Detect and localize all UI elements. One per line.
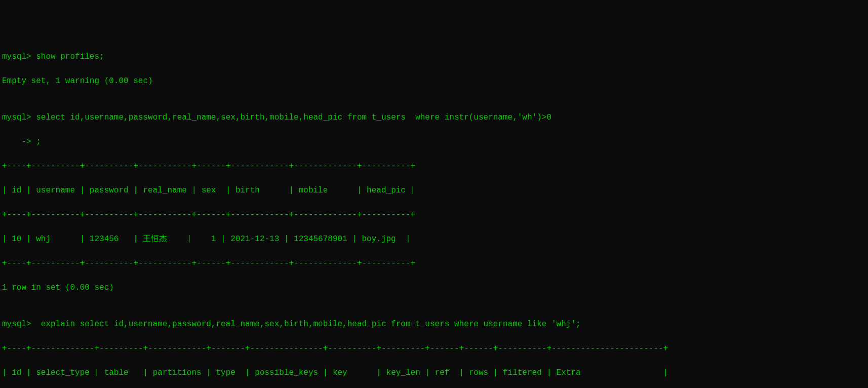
table-border: +----+-------------+---------+----------… [2,342,866,355]
table-data-row: | 10 | whj | 123456 | 王恒杰 | 1 | 2021-12-… [2,233,866,245]
terminal-line-status: 1 row in set (0.00 sec) [2,282,866,294]
terminal-line-status: Empty set, 1 warning (0.00 sec) [2,75,866,87]
terminal-line-continuation: -> ; [2,136,866,148]
table-border: +----+----------+----------+-----------+… [2,209,866,221]
table-border: +----+----------+----------+-----------+… [2,160,866,172]
table-header-row: | id | username | password | real_name |… [2,184,866,197]
terminal-line-command: mysql> show profiles; [2,51,866,63]
table-border: +----+----------+----------+-----------+… [2,257,866,269]
table-header-row: | id | select_type | table | partitions … [2,367,866,379]
terminal-line-command: mysql> explain select id,username,passwo… [2,318,866,330]
terminal-line-command: mysql> select id,username,password,real_… [2,111,866,124]
